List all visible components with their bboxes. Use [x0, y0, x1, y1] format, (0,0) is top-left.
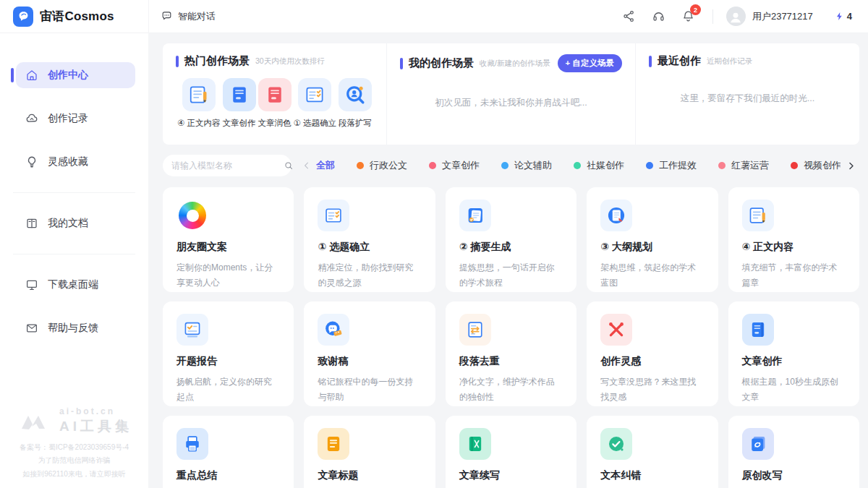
- doc-pencil-icon: [182, 78, 216, 111]
- sidebar-divider: [13, 192, 135, 193]
- cloud-icon: [25, 112, 38, 125]
- hot-scene-item[interactable]: 文章润色: [258, 78, 292, 129]
- scene-card-title: 文章标题: [318, 469, 421, 482]
- category-dot-icon: [718, 162, 726, 169]
- mail-icon: [25, 322, 38, 335]
- category-tab[interactable]: 全部: [316, 155, 335, 176]
- scene-card[interactable]: ① 选题确立精准定位，助你找到研究的灵感之源: [304, 187, 435, 292]
- tabs-scroll-right-icon[interactable]: [846, 160, 856, 171]
- sidebar-item-label: 创作记录: [48, 112, 88, 125]
- hot-scene-item[interactable]: 段落扩写: [339, 78, 372, 129]
- scene-card-description: 净化文字，维护学术作品的独创性: [459, 374, 563, 405]
- top-bar: 宙语Cosmos 智能对话 2 用户23771217 4: [0, 0, 868, 33]
- lightning-icon: [835, 11, 844, 22]
- scene-card-title: ③ 大纲规划: [600, 241, 704, 254]
- scene-card[interactable]: ③ 大纲规划架构思维，筑起你的学术蓝图: [587, 187, 718, 292]
- icp-footer-line: 备案号：蜀ICP备2023039659号-4: [0, 441, 148, 455]
- sidebar-item-docs[interactable]: 我的文档: [16, 210, 135, 236]
- sidebar-item-cloud[interactable]: 创作记录: [16, 106, 135, 132]
- scene-card-title: 文章续写: [459, 469, 563, 482]
- notifications-button[interactable]: 2: [681, 9, 695, 23]
- tools-x-icon: [600, 314, 632, 346]
- doc-fold-icon: [600, 200, 632, 231]
- home-icon: [25, 69, 38, 82]
- doc-badge-icon: [459, 200, 491, 231]
- scene-card[interactable]: 重点总结文章重点内容总结: [163, 416, 294, 488]
- credits-indicator[interactable]: 4: [835, 11, 852, 22]
- hot-scene-label: ① 选题确立: [294, 118, 337, 129]
- username[interactable]: 用户23771217: [752, 10, 813, 23]
- scene-card[interactable]: ④ 正文内容填充细节，丰富你的学术篇章: [728, 187, 859, 292]
- category-dot-icon: [357, 162, 364, 169]
- notebook-green-icon: [459, 428, 491, 460]
- checklist-icon: [298, 78, 331, 111]
- sidebar: 创作中心创作记录灵感收藏我的文档下载桌面端帮助与反馈 ai-bot.cn AI工…: [0, 33, 148, 488]
- scene-card[interactable]: 致谢稿铭记旅程中的每一份支持与帮助: [304, 301, 435, 406]
- smart-chat-button[interactable]: 智能对话: [161, 10, 216, 23]
- category-tab[interactable]: 社媒创作: [574, 155, 624, 176]
- scene-card-description: 铭记旅程中的每一份支持与帮助: [318, 374, 421, 405]
- hot-scene-item[interactable]: 文章创作: [223, 78, 256, 129]
- brand: 宙语Cosmos: [0, 7, 148, 27]
- my-scenes-section: 我的创作场景 收藏/新建的创作场景 + 自定义场景 初次见面，未来让我和你并肩战…: [386, 43, 635, 145]
- scene-card[interactable]: 创作灵感写文章没思路？来这里找找灵感: [587, 301, 718, 406]
- hot-scene-item[interactable]: ④ 正文内容: [177, 78, 221, 129]
- aibot-logo-icon: [16, 411, 54, 432]
- chat-ticket-icon: [318, 314, 349, 346]
- monitor-icon: [25, 278, 38, 291]
- bulb-icon: [25, 155, 38, 168]
- category-tab[interactable]: 论文辅助: [501, 155, 552, 176]
- app-title: 宙语Cosmos: [40, 8, 114, 25]
- scene-card-title: 致谢稿: [318, 355, 421, 368]
- scene-card-description: 提炼思想，一句话开启你的学术旅程: [459, 260, 563, 291]
- my-scenes-subtitle: 收藏/新建的创作场景: [480, 59, 550, 69]
- scene-card[interactable]: 原创改写主题不变，智能改写文章: [728, 416, 859, 488]
- share-icon[interactable]: [622, 9, 636, 23]
- filter-row: 全部行政公文文章创作论文辅助社媒创作工作提效红薯运营视频创作商业营销生: [163, 154, 859, 177]
- category-tab[interactable]: 文章创作: [429, 155, 480, 176]
- search-input[interactable]: [171, 160, 284, 171]
- model-search[interactable]: [163, 155, 292, 176]
- category-tabs: 全部行政公文文章创作论文辅助社媒创作工作提效红薯运营视频创作商业营销生: [316, 155, 841, 176]
- hot-scene-item[interactable]: ① 选题确立: [294, 78, 337, 129]
- hot-scene-label: 文章创作: [223, 118, 256, 129]
- sidebar-item-home[interactable]: 创作中心: [16, 62, 135, 88]
- category-tab[interactable]: 红薯运营: [718, 155, 769, 176]
- category-tab[interactable]: 工作提效: [646, 155, 697, 176]
- category-tab-label: 红薯运营: [731, 159, 769, 172]
- scene-card[interactable]: 朋友圈文案定制你的Moments，让分享更动人心: [163, 187, 294, 292]
- sidebar-item-label: 创作中心: [48, 69, 88, 82]
- scene-card[interactable]: 段落去重净化文字，维护学术作品的独创性: [446, 301, 576, 406]
- category-tab-label: 行政公文: [370, 159, 407, 172]
- support-headset-icon[interactable]: [652, 9, 665, 23]
- scene-card-description: 填充细节，丰富你的学术篇章: [742, 260, 846, 291]
- category-tab[interactable]: 行政公文: [357, 155, 407, 176]
- sidebar-item-bulb[interactable]: 灵感收藏: [16, 149, 135, 175]
- scene-card-description: 写文章没思路？来这里找找灵感: [600, 374, 704, 405]
- checklist-icon: [318, 200, 349, 231]
- scene-card[interactable]: 文章创作根据主题，10秒生成原创文章: [728, 301, 859, 406]
- check-circle-green-icon: [600, 428, 632, 460]
- search-icon[interactable]: [284, 160, 294, 171]
- scene-card-title: 开题报告: [176, 355, 280, 368]
- doc-check-icon: [176, 314, 208, 346]
- accent-bar: [176, 56, 179, 67]
- custom-scene-button[interactable]: + 自定义场景: [558, 54, 622, 72]
- scene-card[interactable]: 文章续写延续风格续写文章: [446, 416, 576, 488]
- scene-card-title: 原创改写: [742, 469, 846, 482]
- scene-card[interactable]: 文章标题根据主题及文章内容，生成催人点击的标题: [304, 416, 435, 488]
- category-tab[interactable]: 视频创作: [791, 155, 841, 176]
- sidebar-item-monitor[interactable]: 下载桌面端: [16, 272, 135, 298]
- refresh-book-icon: [742, 428, 774, 460]
- accent-bar: [649, 56, 652, 67]
- icp-footer-line: 如接到962110来电，请立即接听: [0, 468, 148, 481]
- hot-scene-label: 段落扩写: [339, 118, 372, 129]
- scene-card[interactable]: 开题报告扬帆启航，定义你的研究起点: [163, 301, 294, 406]
- hot-scenes-subtitle: 30天内使用次数排行: [255, 56, 325, 67]
- sidebar-item-mail[interactable]: 帮助与反馈: [16, 315, 135, 341]
- scene-card[interactable]: ② 摘要生成提炼思想，一句话开启你的学术旅程: [446, 187, 576, 292]
- icp-footer-line: 为了防范电信网络诈骗: [0, 454, 148, 468]
- scene-card[interactable]: 文本纠错智能修正错别字，纠正语法: [587, 416, 718, 488]
- avatar[interactable]: [726, 7, 746, 26]
- tabs-scroll-left-icon[interactable]: [302, 160, 312, 171]
